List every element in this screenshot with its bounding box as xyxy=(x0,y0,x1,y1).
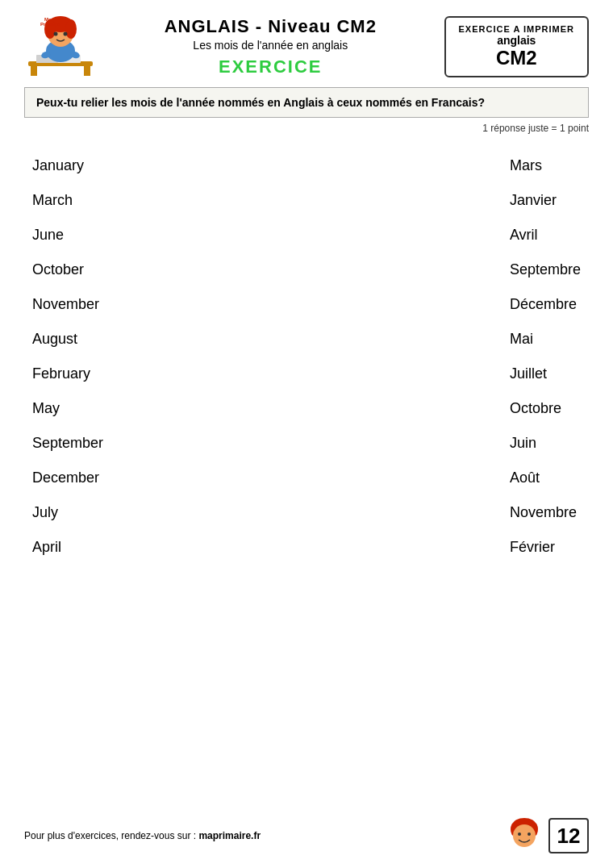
english-month-item: November xyxy=(32,287,103,322)
english-month-item: September xyxy=(32,426,103,461)
svg-point-21 xyxy=(518,833,521,836)
page: Ma Primaire ANGLAIS - Niveau CM2 Les moi… xyxy=(0,0,613,868)
instruction-box: Peux-tu relier les mois de l'année nommé… xyxy=(24,87,589,118)
svg-point-13 xyxy=(54,32,58,36)
header-center: ANGLAIS - Niveau CM2 Les mois de l'année… xyxy=(97,16,444,77)
french-month-item: Décembre xyxy=(510,287,577,322)
svg-point-14 xyxy=(64,32,68,36)
header-box-bottom: CM2 xyxy=(459,47,574,69)
score-note-text: 1 réponse juste = 1 point xyxy=(482,123,589,134)
footer-label: Pour plus d'exercices, rendez-vous sur : xyxy=(24,830,198,841)
english-month-item: June xyxy=(32,218,103,252)
footer-text: Pour plus d'exercices, rendez-vous sur :… xyxy=(24,830,261,841)
svg-rect-2 xyxy=(84,66,90,76)
svg-point-22 xyxy=(528,833,531,836)
svg-point-12 xyxy=(65,19,77,39)
months-english-list: JanuaryMarchJuneOctoberNovemberAugustFeb… xyxy=(32,148,103,565)
footer-right: 12 xyxy=(507,818,589,853)
header: Ma Primaire ANGLAIS - Niveau CM2 Les moi… xyxy=(24,15,589,79)
french-month-item: Février xyxy=(510,530,555,565)
instruction-text: Peux-tu relier les mois de l'année nommé… xyxy=(36,96,485,109)
french-month-item: Mai xyxy=(510,322,533,357)
english-month-item: February xyxy=(32,357,103,391)
header-subtitle: Les mois de l'année en anglais xyxy=(97,39,444,52)
header-title: ANGLAIS - Niveau CM2 xyxy=(97,16,444,37)
months-french-list: MarsJanvierAvrilSeptembreDécembreMaiJuil… xyxy=(510,148,581,565)
score-box: 12 xyxy=(548,818,589,853)
header-exercice-label: EXERCICE xyxy=(97,56,444,77)
french-month-item: Avril xyxy=(510,218,538,252)
english-month-item: December xyxy=(32,461,103,495)
svg-rect-1 xyxy=(31,66,37,76)
score-note: 1 réponse juste = 1 point xyxy=(24,123,589,134)
french-month-item: Janvier xyxy=(510,183,557,218)
french-month-item: Octobre xyxy=(510,391,561,426)
mascot-icon: Ma Primaire xyxy=(24,15,97,79)
header-info-box: EXERCICE A IMPRIMER anglais CM2 xyxy=(444,16,589,77)
english-month-item: April xyxy=(32,530,103,565)
footer: Pour plus d'exercices, rendez-vous sur :… xyxy=(24,818,589,853)
english-month-item: May xyxy=(32,391,103,426)
english-month-item: January xyxy=(32,148,103,183)
french-month-item: Juin xyxy=(510,426,536,461)
french-month-item: Mars xyxy=(510,148,542,183)
header-box-mid: anglais xyxy=(459,34,574,47)
french-month-item: Novembre xyxy=(510,495,577,530)
english-month-item: July xyxy=(32,495,103,530)
smiley-icon xyxy=(507,818,542,853)
english-month-item: March xyxy=(32,183,103,218)
french-month-item: Septembre xyxy=(510,252,581,287)
french-month-item: Juillet xyxy=(510,357,547,391)
english-month-item: October xyxy=(32,252,103,287)
french-month-item: Août xyxy=(510,461,540,495)
months-exercise: JanuaryMarchJuneOctoberNovemberAugustFeb… xyxy=(24,148,589,565)
svg-text:Primaire: Primaire xyxy=(40,22,60,27)
english-month-item: August xyxy=(32,322,103,357)
footer-link: maprimaire.fr xyxy=(198,830,261,841)
svg-point-20 xyxy=(513,824,536,847)
logo-area: Ma Primaire xyxy=(24,15,97,79)
header-box-top: EXERCICE A IMPRIMER xyxy=(459,24,574,34)
score-value: 12 xyxy=(557,824,581,849)
